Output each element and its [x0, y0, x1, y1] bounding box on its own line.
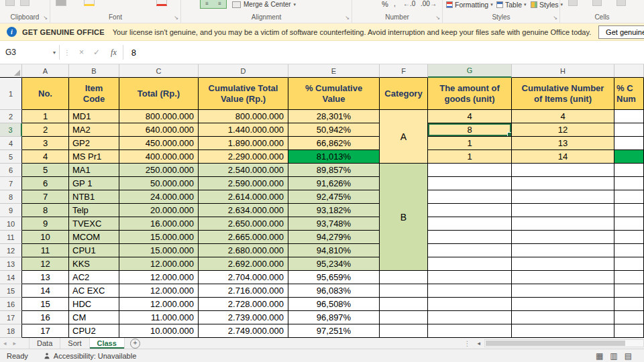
cell-cum-total[interactable]: 2.739.000.000 — [199, 311, 288, 324]
cell-total[interactable]: 400.000.000 — [119, 150, 199, 164]
cell-category-empty[interactable] — [380, 298, 428, 311]
cell-category-empty[interactable] — [380, 284, 428, 298]
cell-cum-qty[interactable] — [512, 204, 614, 217]
row-header-1[interactable]: 1 — [0, 78, 22, 110]
cell-pct-highlighted[interactable]: 81,013% — [288, 150, 380, 164]
column-header-f[interactable]: F — [380, 64, 428, 78]
cell-qty[interactable] — [428, 231, 512, 244]
number-dialog-launcher-icon[interactable]: ↘ — [435, 15, 440, 21]
cell-cum-total[interactable]: 2.290.000.000 — [199, 150, 288, 164]
cell-extra[interactable] — [614, 298, 644, 311]
cell-extra[interactable] — [614, 284, 644, 298]
cell-total[interactable]: 15.000.000 — [119, 231, 199, 244]
row-header[interactable]: 4 — [0, 137, 22, 150]
cell-qty[interactable] — [428, 324, 512, 338]
sheet-tab-data[interactable]: Data — [29, 338, 60, 349]
cell-code[interactable]: MD1 — [69, 110, 119, 123]
cell-no[interactable]: 13 — [22, 271, 69, 284]
cell-cum-total[interactable]: 1.890.000.000 — [199, 137, 288, 150]
conditional-formatting-button[interactable]: Formatting ▾ — [446, 1, 493, 9]
cell-pct[interactable]: 92,475% — [288, 190, 380, 204]
insert-cells-icon[interactable] — [568, 0, 578, 6]
scroll-left-icon[interactable]: ◂ — [473, 338, 484, 349]
decrease-decimal-icon[interactable]: .00→ — [421, 0, 437, 7]
cell-pct[interactable]: 93,182% — [288, 204, 380, 217]
cell-cum-qty[interactable] — [512, 244, 614, 257]
cell-total[interactable]: 12.000.000 — [119, 257, 199, 271]
cell-code[interactable]: AC EXC — [69, 284, 119, 298]
header-extra[interactable]: % C Num — [614, 78, 644, 110]
cell-no[interactable]: 16 — [22, 311, 69, 324]
cell-pct[interactable]: 66,862% — [288, 137, 380, 150]
cell-cum-qty[interactable] — [512, 231, 614, 244]
cell-cum-total[interactable]: 2.749.000.000 — [199, 324, 288, 338]
cell-code[interactable]: Telp — [69, 204, 119, 217]
selected-cell-g3[interactable]: 8 — [428, 123, 512, 137]
cell-total[interactable]: 12.000.000 — [119, 298, 199, 311]
row-header[interactable]: 6 — [0, 164, 22, 177]
paste-icon[interactable] — [5, 0, 15, 6]
cell-code[interactable]: MCOM — [69, 231, 119, 244]
row-header[interactable]: 12 — [0, 244, 22, 257]
cell-cum-qty[interactable]: 4 — [512, 110, 614, 123]
cell-cum-qty[interactable] — [512, 284, 614, 298]
add-sheet-icon[interactable]: + — [130, 339, 140, 349]
align-left-icon[interactable]: ≡≡ — [200, 0, 227, 9]
header-total[interactable]: Total (Rp.) — [119, 78, 199, 110]
page-layout-view-icon[interactable]: ▥ — [610, 351, 617, 361]
increase-decimal-icon[interactable]: ←.0 — [403, 0, 415, 7]
header-cumulative-qty[interactable]: Cumulative Number of Items (unit) — [512, 78, 614, 110]
cell-total[interactable]: 16.000.000 — [119, 217, 199, 231]
cell-cum-qty[interactable] — [512, 190, 614, 204]
header-no[interactable]: No. — [22, 78, 69, 110]
sheet-nav-left-icon[interactable]: ◂ — [0, 338, 10, 349]
cell-pct[interactable]: 94,279% — [288, 231, 380, 244]
cell-qty[interactable] — [428, 164, 512, 177]
column-header-a[interactable]: A — [22, 64, 69, 78]
sheet-nav-right-icon[interactable]: ▸ — [10, 338, 20, 349]
cell-no[interactable]: 15 — [22, 298, 69, 311]
row-header[interactable]: 3 — [0, 123, 22, 137]
get-genuine-office-button[interactable]: Get genuine Offi — [598, 25, 644, 39]
cell-cum-qty[interactable]: 12 — [512, 123, 614, 137]
horizontal-scrollbar-thumb[interactable] — [486, 341, 625, 346]
cell-cum-total[interactable]: 2.665.000.000 — [199, 231, 288, 244]
cell-extra[interactable] — [614, 190, 644, 204]
cell-extra[interactable] — [614, 137, 644, 150]
percent-style-icon[interactable]: % — [382, 0, 388, 8]
cell-styles-button[interactable]: Styles ▾ — [531, 1, 563, 9]
category-cell-a[interactable]: A — [380, 110, 428, 164]
cell-cum-qty[interactable] — [512, 298, 614, 311]
cell-qty[interactable] — [428, 204, 512, 217]
column-header-i[interactable] — [614, 64, 644, 78]
cell-total[interactable]: 12.000.000 — [119, 271, 199, 284]
row-header[interactable]: 14 — [0, 271, 22, 284]
cell-code[interactable]: AC2 — [69, 271, 119, 284]
cell-cum-total[interactable]: 2.692.000.000 — [199, 257, 288, 271]
row-header[interactable]: 17 — [0, 311, 22, 324]
format-as-table-button[interactable]: Table ▾ — [496, 1, 527, 9]
cell-no[interactable]: 4 — [22, 150, 69, 164]
cell-pct[interactable]: 91,626% — [288, 177, 380, 190]
cell-extra[interactable] — [614, 324, 644, 338]
column-header-h[interactable]: H — [512, 64, 614, 78]
cell-no[interactable]: 17 — [22, 324, 69, 338]
sheet-tab-class[interactable]: Class — [90, 338, 125, 349]
cell-cum-qty[interactable]: 14 — [512, 150, 614, 164]
cell-cum-total[interactable]: 2.728.000.000 — [199, 298, 288, 311]
cell-no[interactable]: 5 — [22, 164, 69, 177]
cell-code[interactable]: CPU2 — [69, 324, 119, 338]
cell-qty[interactable]: 1 — [428, 137, 512, 150]
font-dialog-launcher-icon[interactable]: ↘ — [174, 15, 178, 21]
cell-extra[interactable] — [614, 123, 644, 137]
row-header[interactable]: 5 — [0, 150, 22, 164]
cell-category-empty[interactable] — [380, 324, 428, 338]
column-header-d[interactable]: D — [199, 64, 288, 78]
cell-pct[interactable]: 96,083% — [288, 284, 380, 298]
cell-qty[interactable] — [428, 177, 512, 190]
page-break-view-icon[interactable]: ▤ — [625, 351, 632, 361]
cell-qty[interactable] — [428, 257, 512, 271]
cell-total[interactable]: 50.000.000 — [119, 177, 199, 190]
cell-no[interactable]: 8 — [22, 204, 69, 217]
accessibility-status[interactable]: Accessibility: Unavailable — [43, 352, 137, 360]
